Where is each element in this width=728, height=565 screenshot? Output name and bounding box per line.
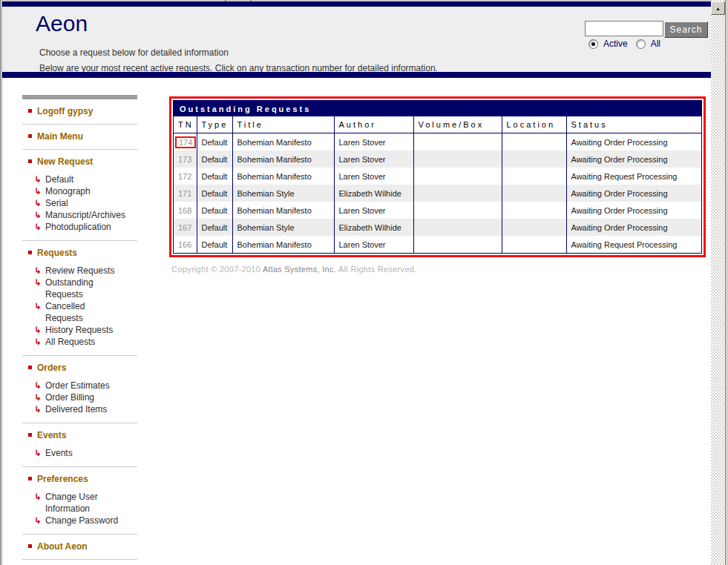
cell-type: Default <box>197 236 232 253</box>
table-row-tn-171: 171DefaultBohemian StyleElizabeth Wilhid… <box>174 185 701 202</box>
cell-volume <box>413 185 502 202</box>
header-divider-bar <box>2 72 711 78</box>
scroll-up-button[interactable]: ▲ <box>711 1 725 15</box>
radio-all-label[interactable]: All <box>651 39 660 49</box>
requests-table: TNTypeTitleAuthorVolume/BoxLocationStatu… <box>174 116 701 253</box>
sidebar-item-list: ↳Default↳Monograph↳Serial↳Manuscript/Arc… <box>22 174 137 233</box>
column-header-type: Type <box>197 116 232 133</box>
tn-link[interactable]: 174 <box>179 138 192 147</box>
cell-tn: 173 <box>174 151 197 168</box>
copyright-prefix: Copyright © 2007-2010 <box>171 265 263 274</box>
sidebar-item-change-user-information[interactable]: ↳Change User Information <box>22 491 137 515</box>
sidebar-heading-requests[interactable]: Requests <box>22 248 137 258</box>
sidebar-item-label: Order Billing <box>45 391 94 403</box>
browser-viewport: Aeon Choose a request below for detailed… <box>0 0 728 565</box>
cell-title: Bohemian Style <box>232 185 334 202</box>
sidebar-heading-label: New Request <box>37 156 93 167</box>
sidebar-item-default[interactable]: ↳Default <box>22 174 137 185</box>
cell-author: Laren Stover <box>334 168 413 185</box>
cell-status: Awaiting Order Processing <box>566 185 701 202</box>
radio-active-label[interactable]: Active <box>603 39 628 49</box>
column-header-author: Author <box>334 116 413 133</box>
cell-volume <box>413 133 502 151</box>
cell-location <box>502 236 566 253</box>
sidebar-sections: Logoff gypsyMain MenuNew Request↳Default… <box>22 106 137 560</box>
bullet-square-icon <box>28 109 32 113</box>
sidebar-item-cancelled-requests[interactable]: ↳Cancelled Requests <box>22 300 137 324</box>
sidebar-section-logoff-gypsy: Logoff gypsy <box>22 106 137 125</box>
cell-type: Default <box>197 133 232 151</box>
sidebar-item-outstanding-requests[interactable]: ↳Outstanding Requests <box>22 277 137 300</box>
cell-type: Default <box>197 151 232 168</box>
cell-title: Bohemian Manifesto <box>232 202 334 219</box>
sidebar-item-label: History Requests <box>45 324 113 336</box>
tn-link[interactable]: 171 <box>178 189 191 198</box>
cell-volume <box>413 168 502 185</box>
sidebar-item-monograph[interactable]: ↳Monograph <box>22 185 137 197</box>
sidebar-heading-label: Orders <box>37 363 66 373</box>
sidebar-item-serial[interactable]: ↳Serial <box>22 197 137 209</box>
highlight-annotation-table: Outstanding Requests TNTypeTitleAuthorVo… <box>169 96 706 257</box>
cell-volume <box>413 236 502 253</box>
sidebar-item-events[interactable]: ↳Events <box>22 447 137 459</box>
sidebar-heading-preferences[interactable]: Preferences <box>22 474 137 484</box>
window-left-edge <box>0 0 2 565</box>
sidebar-item-delivered-items[interactable]: ↳Delivered Items <box>22 403 137 415</box>
sidebar-heading-main-menu[interactable]: Main Menu <box>22 131 137 142</box>
cell-author: Laren Stover <box>334 133 413 151</box>
table-row-tn-166: 166DefaultBohemian ManifestoLaren Stover… <box>174 236 701 253</box>
arrow-icon: ↳ <box>33 491 43 515</box>
cell-location <box>502 219 566 236</box>
sidebar-heading-logoff-gypsy[interactable]: Logoff gypsy <box>22 106 137 116</box>
tn-link[interactable]: 168 <box>178 206 191 215</box>
column-header-status: Status <box>566 116 701 133</box>
sidebar-item-list: ↳Change User Information↳Change Password <box>22 491 137 526</box>
sidebar-item-list: ↳Review Requests↳Outstanding Requests↳Ca… <box>22 265 137 348</box>
sidebar-heading-label: Preferences <box>37 474 88 484</box>
bullet-square-icon <box>28 544 32 548</box>
bullet-square-icon <box>28 251 32 254</box>
sidebar-heading-label: Events <box>37 430 66 440</box>
bullet-square-icon <box>28 433 32 437</box>
table-row-tn-168: 168DefaultBohemian ManifestoLaren Stover… <box>174 202 701 219</box>
sidebar-heading-about-aeon[interactable]: About Aeon <box>22 541 137 552</box>
cell-tn: 167 <box>174 219 197 236</box>
top-navy-bar <box>2 1 711 7</box>
sidebar-section-main-menu: Main Menu <box>22 131 137 150</box>
arrow-icon: ↳ <box>33 324 43 336</box>
radio-active[interactable] <box>588 39 598 49</box>
cell-volume <box>413 219 502 236</box>
cell-title: Bohemian Manifesto <box>232 168 334 185</box>
sidebar-item-label: Monograph <box>45 185 91 197</box>
cell-location <box>502 168 566 185</box>
sidebar-item-manuscript-archives[interactable]: ↳Manuscript/Archives <box>22 209 137 221</box>
tn-link[interactable]: 172 <box>178 172 191 181</box>
vertical-scrollbar-track[interactable]: ▲ <box>711 0 725 565</box>
sidebar-heading-new-request[interactable]: New Request <box>22 156 137 167</box>
tn-link[interactable]: 173 <box>178 155 191 164</box>
arrow-icon: ↳ <box>33 336 43 348</box>
radio-all[interactable] <box>636 39 646 49</box>
search-button[interactable]: Search <box>664 22 708 38</box>
cell-tn: 166 <box>174 236 197 253</box>
copyright-suffix: All Rights Reserved. <box>336 265 416 274</box>
search-input[interactable] <box>585 21 663 36</box>
sidebar-item-photoduplication[interactable]: ↳Photoduplication <box>22 221 137 233</box>
sidebar-item-order-estimates[interactable]: ↳Order Estimates <box>22 380 137 391</box>
sidebar-top-bar <box>22 95 137 99</box>
table-header-row: TNTypeTitleAuthorVolume/BoxLocationStatu… <box>174 116 701 133</box>
copyright-company[interactable]: Atlas Systems, Inc. <box>263 265 336 274</box>
sidebar-item-history-requests[interactable]: ↳History Requests <box>22 324 137 336</box>
cell-location <box>502 133 566 151</box>
arrow-icon: ↳ <box>33 221 43 233</box>
sidebar-heading-events[interactable]: Events <box>22 430 137 440</box>
sidebar-heading-orders[interactable]: Orders <box>22 363 137 373</box>
sidebar-nav: Logoff gypsyMain MenuNew Request↳Default… <box>22 95 137 560</box>
sidebar-item-order-billing[interactable]: ↳Order Billing <box>22 391 137 403</box>
sidebar-item-all-requests[interactable]: ↳All Requests <box>22 336 137 348</box>
sidebar-item-change-password[interactable]: ↳Change Password <box>22 515 137 526</box>
tn-link[interactable]: 166 <box>178 240 191 249</box>
sidebar-item-review-requests[interactable]: ↳Review Requests <box>22 265 137 277</box>
cell-type: Default <box>197 219 232 236</box>
tn-link[interactable]: 167 <box>178 223 191 232</box>
